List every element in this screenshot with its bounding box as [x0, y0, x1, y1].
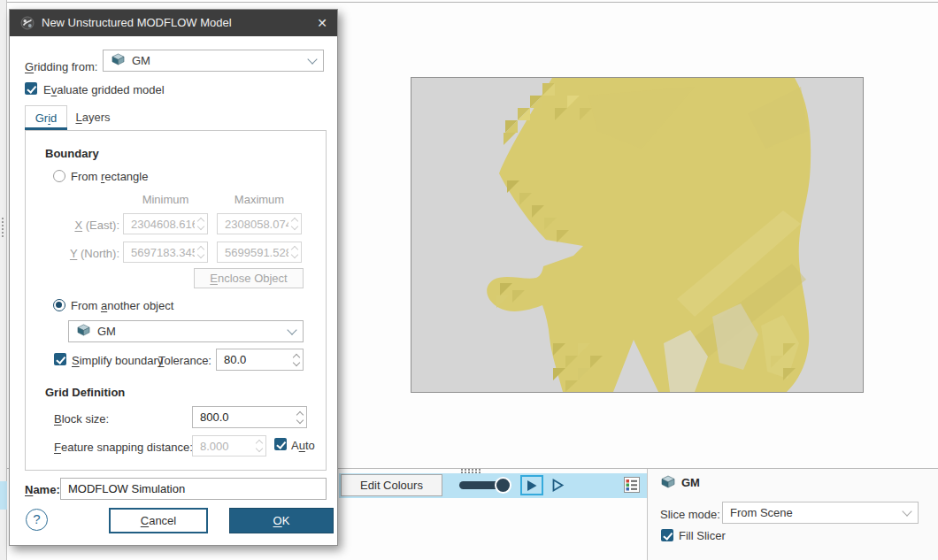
from-rectangle-label: From rectangle: [71, 170, 148, 183]
x-max-field[interactable]: 2308058.074: [217, 213, 302, 234]
tolerance-label: Tolerance:: [158, 354, 211, 367]
collapsed-side-panel[interactable]: [0, 0, 7, 560]
close-icon[interactable]: ✕: [307, 10, 337, 36]
ok-button[interactable]: OK: [229, 508, 334, 533]
simplify-boundary-label: Simplify boundary: [72, 354, 163, 367]
vertical-drag-handle[interactable]: [2, 218, 4, 237]
y-min-value: 5697183.345: [131, 246, 195, 259]
name-label: Name:: [25, 483, 60, 496]
tolerance-value: 80.0: [224, 353, 290, 366]
x-east-label: X (East):: [43, 219, 119, 232]
grid-definition-header: Grid Definition: [45, 386, 125, 399]
gridding-from-label: Gridding from:: [25, 60, 97, 73]
x-min-field[interactable]: 2304608.616: [123, 213, 208, 234]
block-size-value: 800.0: [200, 410, 294, 424]
enclose-object-button[interactable]: Enclose Object: [194, 268, 304, 288]
gm-cube-icon: [660, 475, 676, 491]
dialog-titlebar[interactable]: New Unstructured MODFLOW Model ✕: [10, 10, 337, 36]
y-min-field[interactable]: 5697183.345: [123, 242, 208, 263]
slice-mode-value: From Scene: [730, 506, 793, 519]
gridding-from-dropdown[interactable]: GM: [103, 50, 324, 72]
name-input[interactable]: [60, 478, 327, 500]
chevron-down-icon: [287, 325, 296, 334]
feature-snapping-value: 8.000: [200, 440, 253, 453]
simplify-boundary-checkbox[interactable]: [54, 353, 66, 365]
mesh-surface: [411, 78, 863, 392]
scene-viewport[interactable]: [411, 77, 864, 393]
edit-colours-button[interactable]: Edit Colours: [341, 474, 442, 496]
from-another-object-label: From another object: [71, 299, 173, 312]
gm-cube-icon: [76, 324, 91, 339]
boundary-object-value: GM: [97, 325, 116, 338]
chevron-down-icon: [902, 506, 911, 516]
fill-slicer-checkbox[interactable]: [661, 529, 673, 541]
spinner-icon[interactable]: [290, 355, 299, 365]
application-window: Edit Colours: [0, 0, 938, 560]
fill-slicer-label: Fill Slicer: [679, 529, 726, 542]
x-max-value: 2308058.074: [225, 218, 288, 231]
boundary-header: Boundary: [45, 147, 99, 160]
slice-mode-dropdown[interactable]: From Scene: [722, 502, 919, 524]
cancel-button[interactable]: Cancel: [109, 508, 208, 533]
y-max-field[interactable]: 5699591.528: [217, 242, 302, 263]
selection-highlight-strip: [0, 481, 7, 510]
modflow-model-icon: [20, 16, 35, 33]
auto-checkbox[interactable]: [274, 438, 287, 450]
visibility-toggle-inactive[interactable]: [546, 475, 569, 495]
opacity-slider-knob[interactable]: [495, 477, 511, 494]
spinner-icon[interactable]: [288, 219, 297, 229]
grid-tab-panel: Boundary From rectangle Minimum Maximum …: [25, 130, 327, 471]
slice-mode-label: Slice mode:: [660, 508, 720, 521]
help-icon[interactable]: ?: [26, 509, 48, 531]
gm-cube-icon: [111, 53, 126, 68]
tab-layers[interactable]: Layers: [67, 105, 119, 130]
play-outline-icon: [550, 478, 565, 493]
object-name-label: GM: [681, 476, 700, 489]
auto-label: Auto: [291, 439, 315, 452]
visibility-toggle-active[interactable]: [520, 475, 543, 495]
y-max-value: 5699591.528: [225, 246, 288, 259]
shape-row-toolbar: Edit Colours: [339, 473, 647, 498]
spinner-icon[interactable]: [195, 247, 204, 257]
tolerance-field[interactable]: 80.0: [216, 349, 304, 371]
feature-snapping-label: Feature snapping distance:: [54, 441, 193, 454]
dialog-title: New Unstructured MODFLOW Model: [42, 10, 232, 36]
x-min-value: 2304608.616: [131, 218, 195, 231]
evaluate-gridded-model-label: Evaluate gridded model: [43, 83, 165, 96]
new-modflow-model-dialog: New Unstructured MODFLOW Model ✕ Griddin…: [9, 9, 338, 546]
gridding-from-value: GM: [132, 54, 150, 67]
block-size-label: Block size:: [54, 412, 109, 426]
from-rectangle-radio[interactable]: [53, 170, 65, 182]
tab-grid[interactable]: Grid: [25, 105, 67, 130]
spinner-icon[interactable]: [294, 412, 303, 423]
feature-snapping-field[interactable]: 8.000: [192, 435, 266, 456]
evaluate-gridded-model-checkbox[interactable]: [25, 82, 37, 95]
shape-properties-panel: GM Slice mode: From Scene Fill Slicer: [647, 469, 938, 560]
window-top-border: [0, 2, 938, 3]
play-filled-icon: [525, 479, 539, 493]
spinner-icon[interactable]: [253, 441, 262, 451]
chevron-down-icon: [307, 54, 317, 64]
spinner-icon[interactable]: [195, 219, 204, 229]
from-another-object-radio[interactable]: [53, 299, 65, 311]
spinner-icon[interactable]: [288, 247, 297, 257]
maximum-header: Maximum: [217, 193, 302, 206]
legend-list-icon[interactable]: [624, 477, 640, 493]
block-size-field[interactable]: 800.0: [192, 406, 307, 428]
y-north-label: Y (North):: [43, 247, 119, 260]
boundary-object-dropdown[interactable]: GM: [68, 320, 304, 342]
minimum-header: Minimum: [123, 193, 208, 206]
